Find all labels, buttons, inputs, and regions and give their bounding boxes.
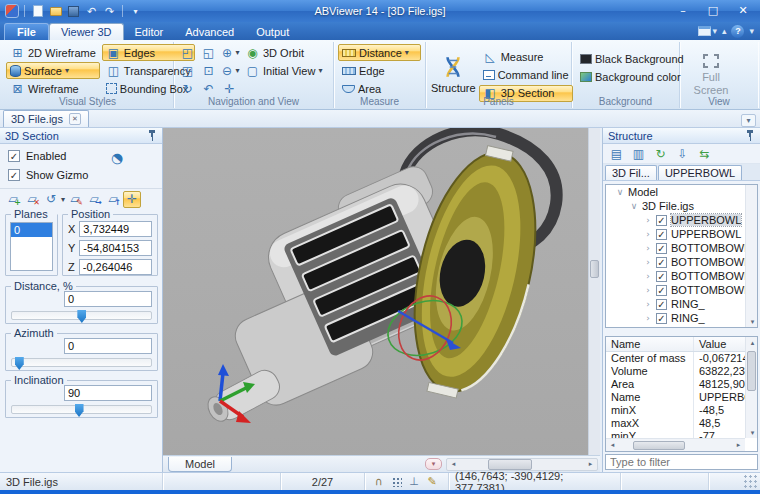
plane-presets-button[interactable]: ↺ (42, 191, 60, 208)
command-line-button[interactable]: Command line (479, 67, 573, 84)
viewport-vertical-scrollbar[interactable] (588, 128, 600, 455)
model-sheet-tab[interactable]: Model (168, 457, 232, 472)
tree-item[interactable]: ›✓UPPERBOWL (606, 213, 757, 227)
align-plane-button[interactable]: ▱↑ (104, 191, 122, 208)
redo-button[interactable]: ↷ (102, 4, 117, 19)
tree-checkbox[interactable]: ✓ (656, 299, 667, 310)
expand-panel-button[interactable]: ▾ (425, 458, 442, 470)
property-row[interactable]: NameUPPERBOWL (606, 391, 757, 404)
pin-icon[interactable] (745, 129, 755, 142)
close-tab-icon[interactable]: ✕ (69, 113, 81, 125)
export-structure-button[interactable]: ⇩ (673, 145, 692, 162)
edit-plane-button[interactable]: ▱✎ (66, 191, 84, 208)
position-y-input[interactable] (79, 240, 152, 256)
zoom-out-button[interactable]: ⊖▾ (220, 62, 239, 79)
tree-item[interactable]: ›✓RING_ (606, 311, 757, 325)
tab-output[interactable]: Output (245, 23, 300, 40)
inclination-slider[interactable] (11, 405, 152, 414)
tab-advanced[interactable]: Advanced (174, 23, 245, 40)
expand-icon[interactable]: › (644, 243, 652, 253)
tree-checkbox[interactable]: ✓ (656, 285, 667, 296)
tree-item[interactable]: ›✓UPPERBOWL (606, 227, 757, 241)
chevron-down-icon[interactable]: ▾ (405, 48, 409, 57)
chevron-down-icon[interactable]: ▾ (236, 48, 240, 57)
inclination-input[interactable] (64, 385, 152, 401)
maximize-button[interactable]: □ (701, 2, 725, 18)
split-horizontal-button[interactable]: ▤ (607, 145, 626, 162)
chevron-down-icon[interactable]: ▾ (318, 66, 322, 75)
undo-button[interactable]: ↶ (84, 4, 99, 19)
delete-plane-button[interactable]: ▱✕ (23, 191, 41, 208)
tab-file-structure[interactable]: 3D Fil... (605, 165, 657, 180)
tree-item[interactable]: ›✓BOTTOMBOWL (606, 241, 757, 255)
tree-checkbox[interactable]: ✓ (656, 257, 667, 268)
panel-splitter[interactable] (603, 330, 760, 335)
expand-icon[interactable]: › (644, 313, 652, 323)
file-menu-button[interactable]: File (4, 23, 49, 40)
position-x-input[interactable] (79, 221, 152, 237)
new-file-button[interactable] (30, 4, 45, 19)
qat-customize-button[interactable]: ▾ (128, 4, 143, 19)
collapse-icon[interactable]: ∨ (616, 187, 624, 197)
value-column-header[interactable]: Value (694, 337, 731, 351)
pin-icon[interactable] (147, 129, 157, 142)
expand-icon[interactable]: › (644, 271, 652, 281)
app-icon[interactable] (5, 4, 19, 18)
synchronize-button[interactable]: ⇆ (695, 145, 714, 162)
previous-view-button[interactable]: ↶ (199, 80, 218, 97)
move-gizmo-button[interactable]: ✛ (123, 191, 141, 208)
minimize-button[interactable]: – (671, 2, 695, 18)
expand-icon[interactable]: › (644, 215, 652, 225)
scrollbar-thumb[interactable] (590, 260, 599, 278)
chevron-down-icon[interactable]: ▾ (65, 66, 69, 75)
property-row[interactable]: minX-48,5 (606, 404, 757, 417)
tab-viewer-3d[interactable]: Viewer 3D (49, 23, 124, 40)
tree-item[interactable]: ›✓RING_ (606, 297, 757, 311)
scroll-up-icon[interactable]: ▴ (746, 337, 758, 348)
document-tab[interactable]: 3D File.igs ✕ (3, 110, 89, 127)
tree-checkbox[interactable]: ✓ (656, 229, 667, 240)
expand-icon[interactable]: › (644, 257, 652, 267)
property-row[interactable]: maxX48,5 (606, 417, 757, 430)
resize-grip[interactable] (744, 475, 758, 489)
properties-vertical-scrollbar[interactable]: ▴ ▾ (745, 337, 757, 438)
tree-item[interactable]: ›✓BOTTOMBOWL (606, 269, 757, 283)
wireframe-button[interactable]: ⊠Wireframe (6, 80, 100, 97)
open-file-button[interactable] (48, 4, 63, 19)
window-layout-button[interactable]: ▾ (698, 26, 717, 36)
chevron-down-icon[interactable]: ▾ (61, 195, 65, 204)
help-button[interactable]: ? (731, 25, 744, 38)
ortho-mode-icon[interactable]: ⊥ (406, 475, 422, 488)
scroll-left-icon[interactable]: ◂ (447, 459, 460, 470)
tab-list-dropdown[interactable]: ▾ (741, 114, 756, 127)
rotate-35-button[interactable]: ↻ (178, 80, 197, 97)
3d-orbit-button[interactable]: ◉3D Orbit (241, 44, 326, 61)
refresh-structure-button[interactable]: ↻ (651, 145, 670, 162)
planes-listbox[interactable]: 0 (10, 222, 53, 271)
background-color-button[interactable]: Background color (576, 68, 675, 85)
position-z-input[interactable] (79, 259, 152, 275)
tree-node-model[interactable]: ∨Model (606, 185, 757, 199)
zoom-in-button[interactable]: ⊕▾ (220, 44, 239, 61)
scrollbar-thumb[interactable] (633, 441, 685, 450)
distance-button[interactable]: Distance▾ (338, 44, 421, 61)
scroll-left-icon[interactable]: ◂ (606, 440, 619, 451)
scroll-down-icon[interactable]: ▾ (746, 427, 758, 438)
tree-checkbox[interactable]: ✓ (656, 215, 667, 226)
save-button[interactable] (66, 4, 81, 19)
minimize-ribbon-button[interactable]: ▴ (722, 26, 727, 36)
scroll-down-icon[interactable]: ▾ (746, 316, 758, 327)
scrollbar-thumb[interactable] (747, 351, 756, 391)
property-row[interactable]: Center of mass-0,0672149757 (606, 352, 757, 365)
collapse-icon[interactable]: ∨ (630, 201, 638, 211)
split-vertical-button[interactable]: ▥ (629, 145, 648, 162)
2d-wireframe-button[interactable]: ⊞2D Wireframe (6, 44, 100, 61)
close-button[interactable]: ✕ (731, 2, 755, 18)
scrollbar-thumb[interactable] (488, 459, 532, 470)
properties-horizontal-scrollbar[interactable]: ◂ ▸ (606, 438, 745, 451)
copy-view-button[interactable]: ◳ (178, 62, 197, 79)
measure-panel-button[interactable]: ◺Measure (479, 49, 573, 66)
distance-slider[interactable] (11, 311, 152, 320)
azimuth-slider-thumb[interactable] (15, 357, 24, 370)
tree-scrollbar[interactable]: ▾ (745, 185, 757, 327)
